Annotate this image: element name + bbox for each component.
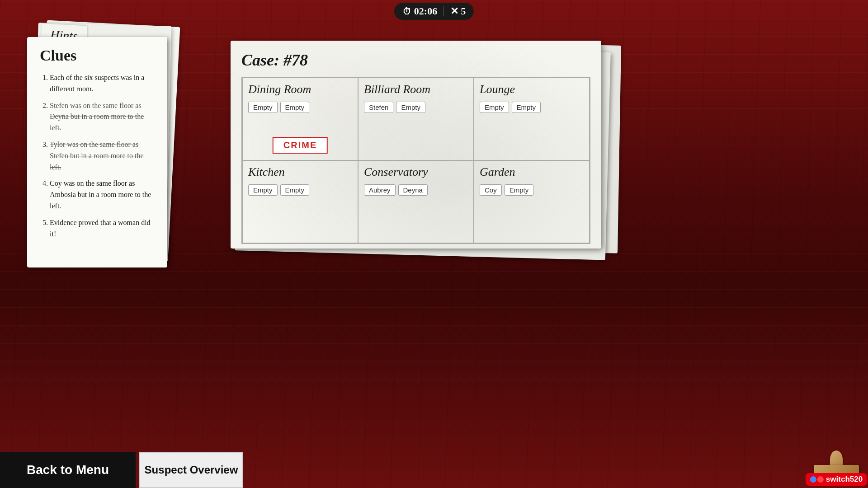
suspect-tag[interactable]: Empty bbox=[396, 102, 425, 113]
rooms-grid: Dining Room Empty Empty CRIME Billiard R… bbox=[241, 77, 590, 244]
clues-title: Clues bbox=[40, 47, 155, 64]
switch-badge: switch520 bbox=[806, 473, 867, 486]
room-kitchen-name: Kitchen bbox=[248, 165, 285, 179]
switch-branding: switch520 bbox=[807, 441, 866, 486]
room-dining-suspects: Empty Empty bbox=[248, 102, 309, 113]
room-lounge-suspects: Empty Empty bbox=[480, 102, 541, 113]
case-number: #78 bbox=[283, 51, 308, 69]
switch-circle-left bbox=[810, 476, 816, 483]
suspect-tag[interactable]: Empty bbox=[280, 184, 310, 196]
clue-3-text: Tylor was on the same floor as Stefen bu… bbox=[50, 141, 144, 171]
room-conservatory-name: Conservatory bbox=[364, 165, 428, 179]
case-board-wrapper: Case: #78 Dining Room Empty Empty CRIME … bbox=[231, 41, 601, 249]
suspect-tag[interactable]: Empty bbox=[505, 184, 534, 196]
clues-card: Clues Each of the six suspects was in a … bbox=[27, 37, 167, 267]
room-conservatory-suspects: Aubrey Deyna bbox=[364, 184, 428, 196]
clock-icon: ⏱ bbox=[402, 6, 411, 17]
room-dining-name: Dining Room bbox=[248, 83, 311, 96]
room-lounge: Lounge Empty Empty bbox=[474, 78, 590, 160]
room-conservatory: Conservatory Aubrey Deyna bbox=[358, 160, 474, 243]
suspect-tag-deyna[interactable]: Deyna bbox=[398, 184, 428, 196]
room-billiard: Billiard Room Stefen Empty bbox=[358, 78, 474, 160]
clue-1: Each of the six suspects was in a differ… bbox=[50, 72, 155, 95]
suspect-tag[interactable]: Empty bbox=[248, 102, 278, 113]
timer-value: 02:06 bbox=[414, 5, 437, 17]
clue-5: Evidence proved that a woman did it! bbox=[50, 217, 155, 240]
room-billiard-suspects: Stefen Empty bbox=[364, 102, 425, 113]
clue-4: Coy was on the same floor as Ambosia but… bbox=[50, 178, 155, 211]
suspect-tag[interactable]: Empty bbox=[512, 102, 541, 113]
clue-2-text: Stefen was on the same floor as Deyna bu… bbox=[50, 102, 144, 132]
room-garden: Garden Coy Empty bbox=[474, 160, 590, 243]
x-symbol: ✕ bbox=[450, 5, 458, 17]
case-board: Case: #78 Dining Room Empty Empty CRIME … bbox=[231, 41, 601, 249]
lives-value: 5 bbox=[461, 5, 466, 17]
suspect-tag-aubrey[interactable]: Aubrey bbox=[364, 184, 396, 196]
stamp-widget: switch520 bbox=[807, 441, 866, 486]
room-garden-suspects: Coy Empty bbox=[480, 184, 533, 196]
room-kitchen-suspects: Empty Empty bbox=[248, 184, 309, 196]
room-dining: Dining Room Empty Empty CRIME bbox=[242, 78, 358, 160]
switch-circle-right bbox=[817, 476, 824, 483]
room-garden-name: Garden bbox=[480, 165, 515, 179]
divider bbox=[443, 6, 444, 16]
suspect-tag-stefen[interactable]: Stefen bbox=[364, 102, 393, 113]
crime-badge: CRIME bbox=[273, 137, 328, 154]
switch-icons bbox=[810, 476, 824, 483]
room-billiard-name: Billiard Room bbox=[364, 83, 430, 96]
suspect-tag[interactable]: Empty bbox=[248, 184, 278, 196]
back-to-menu-button[interactable]: Back to Menu bbox=[0, 452, 136, 488]
suspect-tag[interactable]: Empty bbox=[280, 102, 310, 113]
suspect-tag-coy[interactable]: Coy bbox=[480, 184, 502, 196]
clue-2: Stefen was on the same floor as Deyna bu… bbox=[50, 100, 155, 134]
suspect-overview-button[interactable]: Suspect Overview bbox=[139, 452, 243, 488]
top-bar: ⏱ 02:06 ✕ 5 bbox=[394, 3, 474, 20]
timer-display: ⏱ 02:06 bbox=[402, 5, 437, 17]
suspect-tag[interactable]: Empty bbox=[480, 102, 509, 113]
room-lounge-name: Lounge bbox=[480, 83, 515, 96]
case-label: Case: bbox=[241, 51, 283, 69]
lives-display: ✕ 5 bbox=[450, 5, 466, 17]
case-title: Case: #78 bbox=[241, 51, 590, 70]
bottom-bar: Back to Menu Suspect Overview bbox=[0, 452, 868, 488]
clues-list: Each of the six suspects was in a differ… bbox=[40, 72, 155, 239]
room-kitchen: Kitchen Empty Empty bbox=[242, 160, 358, 243]
clue-3: Tylor was on the same floor as Stefen bu… bbox=[50, 139, 155, 173]
switch-label: switch520 bbox=[826, 475, 863, 484]
